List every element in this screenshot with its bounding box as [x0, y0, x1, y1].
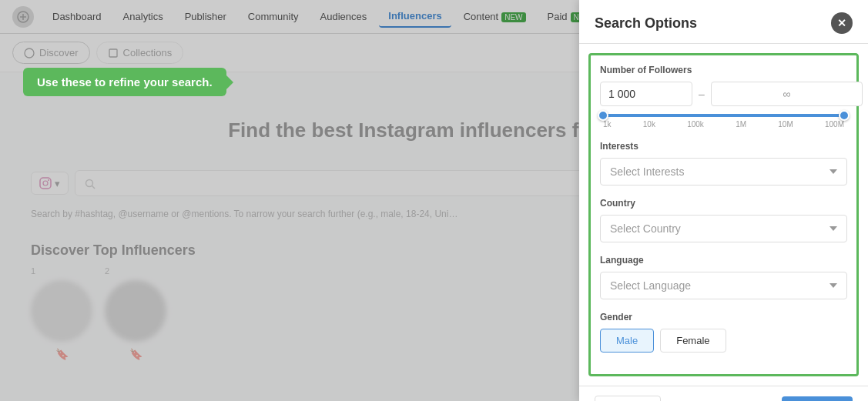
- panel-header: Search Options ✕: [579, 0, 868, 44]
- panel-footer: Cancel Search: [579, 386, 868, 401]
- slider-thumb-left[interactable]: [598, 110, 608, 121]
- country-select[interactable]: Select Country: [600, 215, 847, 242]
- country-label: Country: [600, 198, 847, 209]
- interests-label: Interests: [600, 141, 847, 152]
- followers-separator: –: [699, 88, 705, 100]
- gender-female-button[interactable]: Female: [660, 329, 726, 353]
- slider-thumb-right[interactable]: [839, 110, 850, 121]
- followers-range-row: –: [600, 82, 847, 106]
- search-button[interactable]: Search: [782, 396, 853, 401]
- gender-options: Male Female: [600, 329, 847, 353]
- modal-overlay: Search Options ✕ Number of Followers –: [0, 0, 868, 401]
- close-button[interactable]: ✕: [831, 12, 853, 34]
- followers-min-input[interactable]: [600, 82, 692, 106]
- cancel-button[interactable]: Cancel: [595, 396, 661, 401]
- language-label: Language: [600, 255, 847, 266]
- panel-options-content: Number of Followers – 1k: [588, 53, 859, 376]
- language-field-group: Language Select Language: [600, 255, 847, 299]
- search-refinement-tooltip: Use these to refine your search.: [23, 68, 226, 96]
- followers-label: Number of Followers: [600, 65, 847, 75]
- followers-field-group: Number of Followers – 1k: [600, 65, 847, 129]
- interests-field-group: Interests Select Interests: [600, 141, 847, 185]
- main-area: Discover Collections Use these to refine…: [0, 34, 868, 401]
- interests-select[interactable]: Select Interests: [600, 158, 847, 185]
- search-options-panel: Search Options ✕ Number of Followers –: [579, 0, 868, 401]
- followers-slider[interactable]: 1k 10k 100k 1M 10M 100M: [600, 114, 847, 129]
- gender-field-group: Gender Male Female: [600, 312, 847, 353]
- gender-male-button[interactable]: Male: [600, 329, 654, 353]
- language-select[interactable]: Select Language: [600, 272, 847, 299]
- panel-title: Search Options: [595, 15, 697, 32]
- followers-max-input[interactable]: [711, 82, 863, 106]
- gender-label: Gender: [600, 312, 847, 322]
- country-field-group: Country Select Country: [600, 198, 847, 242]
